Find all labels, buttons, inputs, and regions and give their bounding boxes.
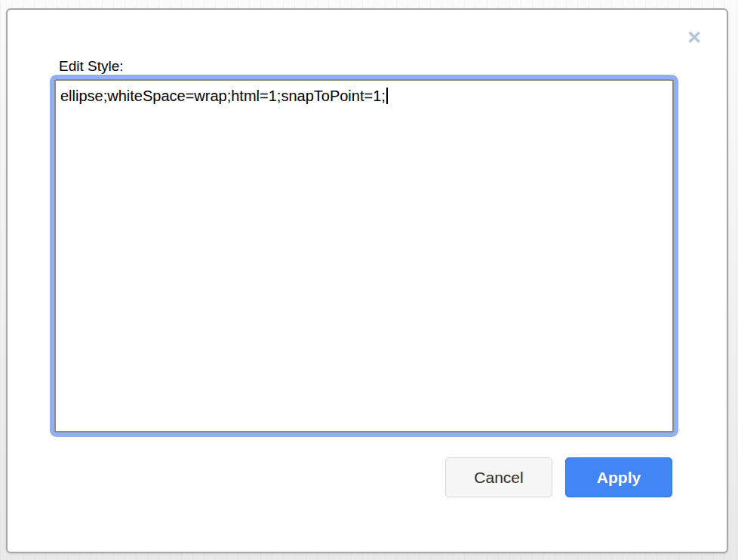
apply-button[interactable]: Apply [565,457,672,497]
edit-style-label: Edit Style: [59,58,124,75]
style-textarea[interactable]: ellipse;whiteSpace=wrap;html=1;snapToPoi… [54,79,674,432]
page-background: { "dialog": { "label": "Edit Style:", "s… [0,0,738,560]
dialog-button-row: Cancel Apply [445,457,672,497]
style-text: ellipse;whiteSpace=wrap;html=1;snapToPoi… [60,88,386,104]
edit-style-dialog: ✕ Edit Style: ellipse;whiteSpace=wrap;ht… [6,8,728,553]
text-caret [386,88,388,104]
cancel-button[interactable]: Cancel [445,457,552,497]
close-icon[interactable]: ✕ [683,26,706,49]
